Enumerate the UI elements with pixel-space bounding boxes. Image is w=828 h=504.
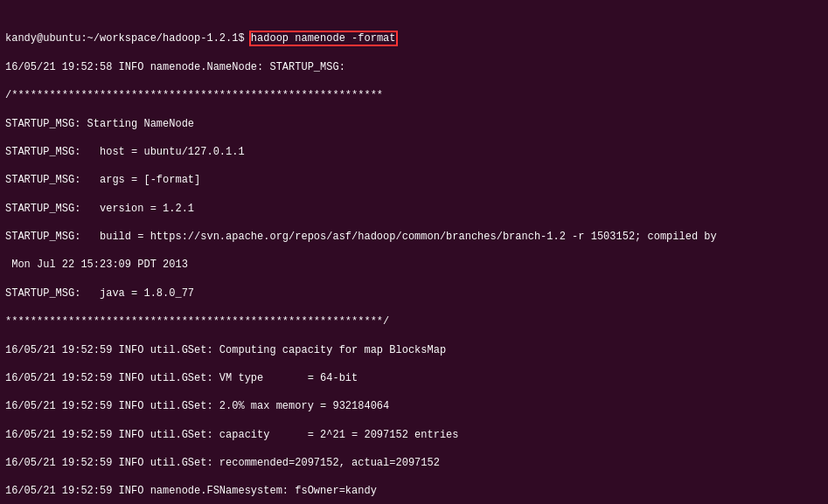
log-line-7: STARTUP_MSG: build = https://svn.apache.… xyxy=(5,230,823,244)
log-line-12: 16/05/21 19:52:59 INFO util.GSet: 2.0% m… xyxy=(5,399,823,413)
log-line-7b: Mon Jul 22 15:23:09 PDT 2013 xyxy=(5,258,823,272)
log-line-4: STARTUP_MSG: host = ubuntu/127.0.1.1 xyxy=(5,145,823,159)
log-line-10: 16/05/21 19:52:59 INFO util.GSet: Comput… xyxy=(5,343,823,357)
log-line-13: 16/05/21 19:52:59 INFO util.GSet: capaci… xyxy=(5,428,823,442)
log-line-15: 16/05/21 19:52:59 INFO namenode.FSNamesy… xyxy=(5,484,823,498)
log-line-11: 16/05/21 19:52:59 INFO util.GSet: VM typ… xyxy=(5,371,823,385)
log-line-5: STARTUP_MSG: args = [-format] xyxy=(5,173,823,187)
log-line-2: /***************************************… xyxy=(5,88,823,102)
log-line-9: ****************************************… xyxy=(5,314,823,328)
log-line-3: STARTUP_MSG: Starting NameNode xyxy=(5,117,823,131)
log-line-6: STARTUP_MSG: version = 1.2.1 xyxy=(5,202,823,216)
prompt-line: kandy@ubuntu:~/workspace/hadoop-1.2.1$ h… xyxy=(5,31,823,45)
command-highlight: hadoop namenode -format xyxy=(251,32,396,45)
log-line-14: 16/05/21 19:52:59 INFO util.GSet: recomm… xyxy=(5,456,823,470)
log-line-8: STARTUP_MSG: java = 1.8.0_77 xyxy=(5,287,823,300)
prompt-text: kandy@ubuntu:~/workspace/hadoop-1.2.1$ xyxy=(5,32,251,45)
log-line-1: 16/05/21 19:52:58 INFO namenode.NameNode… xyxy=(5,60,823,74)
terminal-window: kandy@ubuntu:~/workspace/hadoop-1.2.1$ h… xyxy=(0,0,828,504)
